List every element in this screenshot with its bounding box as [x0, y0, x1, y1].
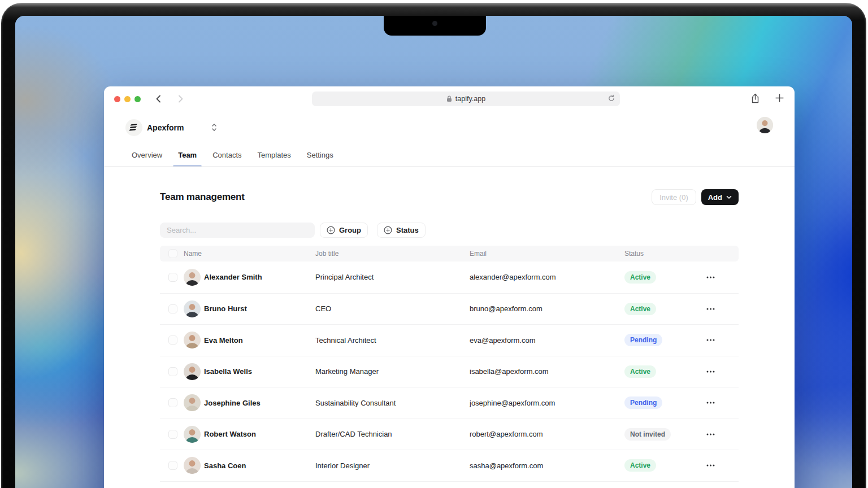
tab-settings[interactable]: Settings [307, 147, 333, 167]
laptop-frame: tapify.app [1, 3, 866, 488]
group-filter-label: Group [339, 226, 361, 234]
row-checkbox[interactable] [168, 398, 177, 407]
row-checkbox[interactable] [168, 430, 177, 439]
row-menu-button[interactable] [706, 272, 726, 283]
nav-tabs: Overview Team Contacts Templates Setting… [132, 147, 795, 167]
member-name: Eva Melton [204, 336, 243, 345]
share-icon[interactable] [750, 93, 760, 106]
member-email: robert@apexform.com [470, 430, 624, 438]
back-button[interactable] [154, 94, 164, 104]
invite-button[interactable]: Invite (0) [652, 189, 696, 205]
lock-icon [446, 95, 452, 102]
row-menu-button[interactable] [706, 397, 726, 408]
table-row: Alexander SmithPrincipal Architectalexan… [160, 262, 739, 293]
user-avatar[interactable] [757, 117, 773, 133]
status-badge: Active [624, 271, 656, 284]
column-header-email: Email [470, 250, 624, 258]
status-badge: Pending [624, 396, 662, 409]
avatar [184, 269, 201, 286]
tab-templates[interactable]: Templates [258, 147, 291, 167]
row-menu-button[interactable] [706, 429, 726, 440]
camera-icon [432, 21, 437, 26]
traffic-light-minimize-button[interactable] [124, 96, 131, 102]
row-checkbox[interactable] [168, 304, 177, 313]
status-badge: Active [624, 365, 656, 378]
row-checkbox[interactable] [168, 336, 177, 345]
add-button-label: Add [708, 193, 722, 202]
workspace-logo-icon [125, 119, 142, 136]
row-menu-button[interactable] [706, 303, 726, 315]
status-badge: Pending [624, 334, 662, 346]
ellipsis-icon [706, 339, 715, 341]
new-tab-button[interactable] [775, 93, 784, 106]
plus-circle-icon [384, 226, 392, 234]
member-name: Alexander Smith [204, 273, 262, 281]
search-input[interactable] [160, 223, 315, 238]
row-menu-button[interactable] [706, 366, 726, 377]
tab-overview[interactable]: Overview [132, 147, 162, 167]
forward-button[interactable] [175, 94, 185, 104]
member-job-title: Sustainability Consultant [315, 399, 470, 407]
row-checkbox[interactable] [168, 367, 177, 376]
table-row: Bruno HurstCEObruno@apexform.comActive [160, 293, 739, 325]
status-badge: Active [624, 459, 656, 472]
member-email: eva@apexform.com [470, 336, 624, 345]
member-name: Sasha Coen [204, 461, 246, 470]
traffic-light-close-button[interactable] [114, 96, 120, 102]
status-filter-label: Status [396, 226, 419, 234]
ellipsis-icon [706, 433, 715, 435]
table-row: Eva MeltonTechnical Architecteva@apexfor… [160, 324, 739, 356]
table-row: Josephine GilesSustainability Consultant… [160, 387, 739, 419]
browser-toolbar: tapify.app [104, 86, 795, 111]
avatar [184, 300, 201, 317]
table-row: Robert WatsonDrafter/CAD Technicianrober… [160, 419, 739, 450]
tab-team[interactable]: Team [178, 147, 197, 167]
avatar [184, 426, 201, 443]
status-badge: Not invited [624, 428, 671, 441]
ellipsis-icon [706, 402, 715, 404]
member-name: Josephine Giles [204, 399, 261, 407]
row-menu-button[interactable] [706, 460, 726, 471]
plus-circle-icon [327, 226, 335, 234]
member-email: alexander@apexform.com [470, 273, 624, 281]
laptop-screen: tapify.app [15, 16, 852, 488]
avatar [184, 363, 201, 380]
reload-button[interactable] [607, 94, 615, 104]
row-menu-button[interactable] [706, 334, 726, 346]
row-checkbox[interactable] [168, 461, 177, 470]
team-table: Name Job title Email Status Alexander Sm… [160, 246, 739, 488]
status-badge: Active [624, 303, 656, 315]
workspace-name: Apexform [147, 123, 184, 132]
member-email: sasha@apexform.com [470, 461, 624, 470]
avatar [184, 457, 201, 474]
select-all-checkbox[interactable] [168, 249, 177, 258]
member-job-title: Marketing Manager [315, 367, 470, 376]
notch [384, 16, 486, 36]
page-title: Team management [160, 191, 245, 203]
member-job-title: Drafter/CAD Technician [315, 430, 470, 438]
address-text: tapify.app [455, 95, 485, 103]
table-row: Sasha CoenInterior Designersasha@apexfor… [160, 450, 739, 481]
table-row: Umar RiddleBIM Managerumar@apexform.comF… [160, 481, 739, 488]
traffic-light-zoom-button[interactable] [134, 96, 141, 102]
ellipsis-icon [706, 371, 715, 373]
tab-contacts[interactable]: Contacts [212, 147, 241, 167]
status-filter-button[interactable]: Status [377, 223, 426, 238]
group-filter-button[interactable]: Group [320, 223, 368, 238]
member-job-title: Principal Architect [315, 273, 470, 281]
column-header-status: Status [624, 250, 706, 258]
table-row: Isabella WellsMarketing Managerisabella@… [160, 356, 739, 387]
address-bar[interactable]: tapify.app [312, 91, 620, 106]
member-job-title: Technical Architect [315, 336, 470, 345]
row-checkbox[interactable] [168, 273, 177, 282]
browser-window: tapify.app [104, 86, 795, 488]
add-button[interactable]: Add [701, 189, 739, 205]
member-name: Isabella Wells [204, 367, 252, 376]
workspace-switcher-icon[interactable] [211, 123, 217, 134]
chevron-down-icon [726, 195, 732, 199]
column-header-job-title: Job title [315, 250, 470, 258]
table-body: Alexander SmithPrincipal Architectalexan… [160, 262, 739, 488]
member-job-title: Interior Designer [315, 461, 470, 470]
member-job-title: CEO [315, 304, 470, 313]
member-email: bruno@apexform.com [470, 304, 624, 313]
